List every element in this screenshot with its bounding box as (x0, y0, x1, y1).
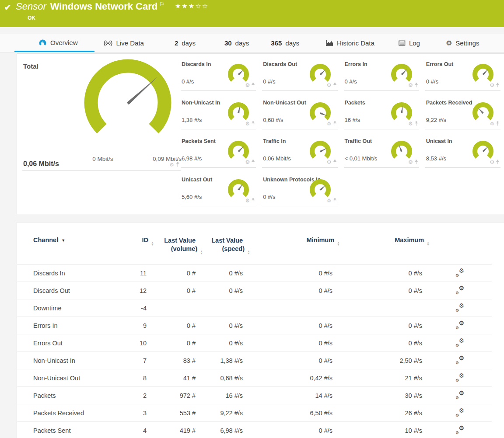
channel-name[interactable]: Discards Out (17, 282, 120, 299)
rating-stars[interactable]: ★★★☆☆ (175, 2, 209, 10)
mini-gauge-cell[interactable]: Unknown Protocols In 0 #/s ⚙ (262, 168, 337, 206)
channel-name[interactable]: Packets Sent (17, 422, 120, 438)
gauge-settings-gear-icon[interactable]: ⚙ (490, 83, 494, 88)
column-header-id[interactable]: ID▲▼ (120, 233, 147, 264)
gauge-pin-icon[interactable] (175, 162, 180, 167)
tab-live-data[interactable]: Live Data (103, 34, 144, 52)
column-header-maximum[interactable]: Maximum▲▼ (332, 233, 422, 264)
tab-log[interactable]: Log (399, 34, 420, 52)
channel-name[interactable]: Errors In (17, 317, 120, 334)
gauge-pin-icon[interactable] (251, 121, 255, 126)
channel-settings-icon[interactable]: ⚙⚙ (455, 286, 464, 294)
channel-settings-icon[interactable]: ⚙⚙ (455, 356, 464, 364)
gauge-pin-icon[interactable] (251, 160, 255, 165)
tab-settings[interactable]: ⚙ Settings (446, 34, 480, 52)
gauge-pin-icon[interactable] (414, 83, 418, 88)
channel-name[interactable]: Packets (17, 387, 120, 404)
mini-gauge-cell[interactable]: Packets 16 #/s ⚙ (344, 91, 419, 129)
gauge-settings-gear-icon[interactable]: ⚙ (490, 121, 494, 126)
channel-settings-icon[interactable]: ⚙⚙ (455, 409, 464, 416)
gauge-icon (38, 39, 47, 46)
channel-max: 26 #/s (332, 404, 422, 422)
mini-gauge-cell[interactable]: Traffic In 0,06 Mbit/s ⚙ (262, 129, 337, 168)
mini-gauge-cell[interactable]: Non-Unicast In 1,38 #/s ⚙ (181, 91, 256, 129)
gauge-pin-icon[interactable] (251, 83, 255, 88)
channel-name[interactable]: Non-Unicast In (17, 352, 120, 369)
live-data-icon (103, 40, 113, 46)
mini-gauge-cell[interactable]: Errors In 0 #/s ⚙ (344, 52, 419, 91)
flag-icon[interactable]: ⚐ (159, 1, 164, 7)
tab-overview[interactable]: Overview (14, 34, 94, 52)
gauge-pin-icon[interactable] (333, 121, 337, 126)
tab-label: Historic Data (337, 39, 374, 47)
gauge-settings-gear-icon[interactable]: ⚙ (245, 198, 250, 203)
total-gauge-cell[interactable]: Total 0 Mbit/s 0,09 Mbit/s 0,06 Mbit/s ⚙ (22, 56, 181, 171)
channel-settings-icon[interactable]: ⚙⚙ (455, 339, 464, 346)
gauge-settings-gear-icon[interactable]: ⚙ (327, 198, 332, 203)
gauge-settings-gear-icon[interactable]: ⚙ (245, 83, 250, 88)
channel-min: 0 #/s (243, 334, 332, 352)
channel-last-speed: 1,38 #/s (196, 352, 243, 369)
gauge-pin-icon[interactable] (496, 121, 500, 126)
gauge-pin-icon[interactable] (414, 160, 418, 165)
tab-historic-data[interactable]: Historic Data (326, 34, 374, 52)
mini-gauge-cell[interactable]: Packets Received 9,22 #/s ⚙ (425, 91, 500, 129)
gauge-settings-gear-icon[interactable]: ⚙ (169, 162, 174, 167)
channel-name[interactable]: Errors Out (17, 334, 120, 352)
gear-icon: ⚙ (446, 40, 452, 47)
gauge-settings-gear-icon[interactable]: ⚙ (327, 83, 332, 88)
mini-gauge-cell[interactable]: Unicast In 8,53 #/s ⚙ (425, 129, 500, 168)
gauge-settings-gear-icon[interactable]: ⚙ (327, 121, 332, 126)
channel-max: 2,50 #/s (332, 352, 422, 369)
gauge-pin-icon[interactable] (333, 198, 337, 203)
gauge-pin-icon[interactable] (496, 83, 500, 88)
column-header-channel[interactable]: Channel▼ (17, 233, 120, 264)
mini-gauge-cell[interactable]: Discards Out 0 #/s ⚙ (262, 52, 337, 91)
channel-name[interactable]: Non-Unicast Out (17, 369, 120, 387)
sort-desc-icon: ▼ (61, 238, 65, 243)
gauge-settings-gear-icon[interactable]: ⚙ (490, 160, 494, 165)
tab-365-days[interactable]: 365days (271, 34, 299, 52)
tab-2-days[interactable]: 2days (175, 34, 196, 52)
mini-gauge-cell[interactable]: Errors Out 0 #/s ⚙ (425, 52, 500, 91)
table-row: Packets Received 3 553 # 9,22 #/s 6,50 #… (17, 404, 492, 422)
channel-name[interactable]: Packets Received (17, 404, 120, 422)
mini-gauge-cell[interactable]: Non-Unicast Out 0,68 #/s ⚙ (262, 91, 337, 129)
gauge-pin-icon[interactable] (333, 83, 337, 88)
column-header-minimum[interactable]: Minimum▲▼ (243, 233, 332, 264)
channel-max: 21 #/s (332, 369, 422, 387)
channel-name[interactable]: Downtime (17, 299, 120, 317)
gauge-settings-gear-icon[interactable]: ⚙ (245, 121, 250, 126)
gauge-pin-icon[interactable] (333, 160, 337, 165)
gauge-settings-gear-icon[interactable]: ⚙ (408, 160, 413, 165)
channel-name[interactable]: Discards In (17, 264, 120, 282)
gauge-pin-icon[interactable] (414, 121, 418, 126)
sensor-name[interactable]: Windows Network Card (50, 1, 158, 12)
mini-gauge-label: Errors In (345, 61, 368, 67)
channel-settings-icon[interactable]: ⚙⚙ (455, 321, 464, 329)
column-header-last-value-speed[interactable]: Last Value (speed)▲▼ (196, 233, 243, 264)
channel-max: 10 #/s (332, 422, 422, 438)
channel-settings-icon[interactable]: ⚙⚙ (455, 269, 464, 276)
mini-gauge-cell[interactable]: Unicast Out 5,60 #/s ⚙ (181, 168, 256, 206)
gauge-pin-icon[interactable] (496, 160, 500, 165)
gauge-pin-icon[interactable] (251, 198, 255, 203)
gauge-settings-gear-icon[interactable]: ⚙ (408, 121, 413, 126)
channel-settings-icon[interactable]: ⚙⚙ (455, 304, 464, 311)
column-header-last-value-volume[interactable]: Last Value (volume)▲▼ (147, 233, 196, 264)
gauge-settings-gear-icon[interactable]: ⚙ (408, 83, 413, 88)
gauge-settings-gear-icon[interactable]: ⚙ (245, 160, 250, 165)
mini-gauge-cell[interactable]: Traffic Out < 0,01 Mbit/s ⚙ (344, 129, 419, 168)
channel-min: 14 #/s (243, 387, 332, 404)
gauge-needle (319, 184, 326, 191)
mini-gauge-cell[interactable]: Packets Sent 6,98 #/s ⚙ (181, 129, 256, 168)
mini-gauge-cell[interactable]: Discards In 0 #/s ⚙ (181, 52, 256, 91)
channel-settings-icon[interactable]: ⚙⚙ (455, 391, 464, 399)
gauge-needle (482, 69, 489, 76)
tab-30-days[interactable]: 30days (224, 34, 249, 52)
gauge-settings-gear-icon[interactable]: ⚙ (327, 160, 332, 165)
channel-last-volume: 41 # (147, 369, 196, 387)
channel-settings-icon[interactable]: ⚙⚙ (455, 374, 464, 381)
table-row: Non-Unicast In 7 83 # 1,38 #/s 0 #/s 2,5… (17, 352, 492, 369)
channel-settings-icon[interactable]: ⚙⚙ (455, 426, 464, 434)
